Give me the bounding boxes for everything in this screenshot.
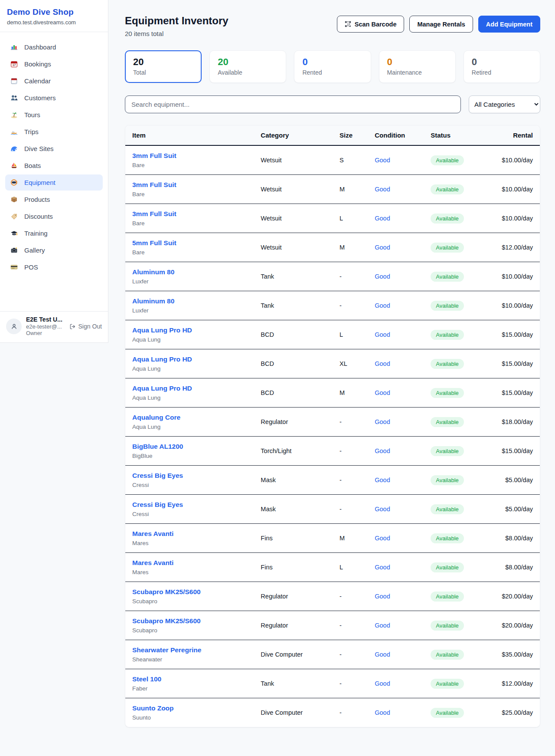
item-name-link[interactable]: Scubapro MK25/S600: [132, 588, 201, 596]
condition-link[interactable]: Good: [375, 651, 390, 658]
page-title: Equipment Inventory: [125, 15, 229, 27]
item-name-link[interactable]: Suunto Zoop: [132, 704, 174, 712]
stat-card-available[interactable]: 20 Available: [209, 50, 286, 83]
sidebar-item-boats[interactable]: Boats: [5, 158, 103, 174]
item-name-link[interactable]: Shearwater Peregrine: [132, 646, 201, 654]
item-name-link[interactable]: 3mm Full Suit: [132, 210, 176, 218]
sidebar-item-dashboard[interactable]: Dashboard: [5, 39, 103, 55]
sidebar-item-training[interactable]: Training: [5, 225, 103, 241]
item-name-link[interactable]: Aluminum 80: [132, 268, 174, 276]
manage-rentals-button[interactable]: Manage Rentals: [409, 16, 473, 33]
item-name-link[interactable]: 3mm Full Suit: [132, 152, 176, 160]
condition-link[interactable]: Good: [375, 331, 390, 338]
item-name-link[interactable]: Mares Avanti: [132, 559, 173, 567]
item-size: -: [333, 291, 368, 320]
item-name-link[interactable]: Aqualung Core: [132, 414, 180, 421]
category-filter-select[interactable]: All Categories: [469, 95, 540, 113]
calendar-icon: [10, 77, 18, 85]
status-badge: Available: [431, 359, 464, 369]
rental-rate: $25.00/day: [490, 698, 540, 727]
condition-link[interactable]: Good: [375, 389, 390, 396]
condition-link[interactable]: Good: [375, 244, 390, 251]
condition-link[interactable]: Good: [375, 535, 390, 542]
item-brand: Aqua Lung: [132, 365, 247, 372]
item-brand: Luxfer: [132, 307, 247, 314]
item-name-link[interactable]: Aqua Lung Pro HD: [132, 326, 192, 334]
stat-card-total[interactable]: 20 Total: [125, 50, 202, 83]
condition-link[interactable]: Good: [375, 157, 390, 164]
item-name-link[interactable]: Aqua Lung Pro HD: [132, 385, 192, 392]
table-row: Aqualung Core Aqua Lung Regulator - Good…: [125, 408, 540, 437]
condition-link[interactable]: Good: [375, 593, 390, 600]
condition-link[interactable]: Good: [375, 302, 390, 309]
sidebar-item-trips[interactable]: Trips: [5, 124, 103, 140]
stat-card-rented[interactable]: 0 Rented: [294, 50, 371, 83]
condition-link[interactable]: Good: [375, 215, 390, 222]
sidebar-item-products[interactable]: Products: [5, 191, 103, 207]
stat-card-maintenance[interactable]: 0 Maintenance: [379, 50, 456, 83]
item-brand: Cressi: [132, 511, 247, 517]
sidebar-item-tours[interactable]: Tours: [5, 107, 103, 123]
condition-link[interactable]: Good: [375, 273, 390, 280]
sign-out-label: Sign Out: [78, 323, 102, 330]
sidebar-nav: Dashboard 17 Bookings Calendar Customers…: [0, 32, 108, 311]
item-name-link[interactable]: Aqua Lung Pro HD: [132, 355, 192, 363]
condition-link[interactable]: Good: [375, 622, 390, 629]
search-input[interactable]: [125, 95, 461, 113]
table-row: Steel 100 Faber Tank - Good Available $1…: [125, 669, 540, 698]
item-name-link[interactable]: Steel 100: [132, 675, 161, 683]
sidebar-item-dive-sites[interactable]: Dive Sites: [5, 141, 103, 157]
status-badge: Available: [431, 272, 464, 282]
item-size: -: [333, 408, 368, 437]
sidebar-item-discounts[interactable]: Discounts: [5, 208, 103, 224]
item-name-link[interactable]: 3mm Full Suit: [132, 181, 176, 189]
rental-rate: $10.00/day: [490, 291, 540, 320]
condition-link[interactable]: Good: [375, 506, 390, 513]
condition-link[interactable]: Good: [375, 447, 390, 454]
condition-link[interactable]: Good: [375, 360, 390, 367]
condition-link[interactable]: Good: [375, 477, 390, 483]
add-equipment-button[interactable]: Add Equipment: [478, 16, 540, 33]
column-header-item: Item: [125, 125, 254, 145]
item-name-link[interactable]: Cressi Big Eyes: [132, 472, 183, 480]
palm-island-icon: [10, 111, 18, 118]
table-row: Aqua Lung Pro HD Aqua Lung BCD L Good Av…: [125, 320, 540, 349]
sidebar-item-calendar[interactable]: Calendar: [5, 73, 103, 89]
sidebar-item-bookings[interactable]: 17 Bookings: [5, 56, 103, 72]
item-category: Wetsuit: [254, 175, 333, 204]
item-brand: Aqua Lung: [132, 424, 247, 430]
condition-link[interactable]: Good: [375, 186, 390, 193]
sailboat-icon: [10, 162, 18, 169]
sign-out-button[interactable]: Sign Out: [69, 323, 102, 330]
item-name-link[interactable]: Aluminum 80: [132, 297, 174, 305]
rental-rate: $12.00/day: [490, 669, 540, 698]
sidebar-item-equipment[interactable]: Equipment: [5, 174, 103, 191]
condition-link[interactable]: Good: [375, 418, 390, 425]
condition-link[interactable]: Good: [375, 564, 390, 571]
rental-rate: $15.00/day: [490, 437, 540, 466]
item-size: L: [333, 204, 368, 233]
scan-barcode-button[interactable]: Scan Barcode: [337, 16, 405, 33]
item-name-link[interactable]: Scubapro MK25/S600: [132, 617, 201, 625]
condition-link[interactable]: Good: [375, 680, 390, 687]
rental-rate: $5.00/day: [490, 495, 540, 524]
logout-icon: [69, 323, 76, 330]
table-row: Aluminum 80 Luxfer Tank - Good Available…: [125, 291, 540, 320]
item-name-link[interactable]: Cressi Big Eyes: [132, 501, 183, 509]
bar-chart-icon: [10, 43, 18, 51]
status-badge: Available: [431, 504, 464, 514]
stat-card-retired[interactable]: 0 Retired: [464, 50, 540, 83]
sidebar-item-pos[interactable]: POS: [5, 259, 103, 275]
item-size: M: [333, 524, 368, 553]
item-name-link[interactable]: 5mm Full Suit: [132, 239, 176, 247]
item-category: Fins: [254, 524, 333, 553]
item-name-link[interactable]: BigBlue AL1200: [132, 443, 183, 450]
item-name-link[interactable]: Mares Avanti: [132, 530, 173, 538]
column-header-category: Category: [254, 125, 333, 145]
status-badge: Available: [431, 184, 464, 194]
sidebar-item-gallery[interactable]: Gallery: [5, 242, 103, 258]
item-category: Fins: [254, 553, 333, 582]
sidebar-item-customers[interactable]: Customers: [5, 90, 103, 106]
item-category: Wetsuit: [254, 233, 333, 262]
condition-link[interactable]: Good: [375, 709, 390, 716]
